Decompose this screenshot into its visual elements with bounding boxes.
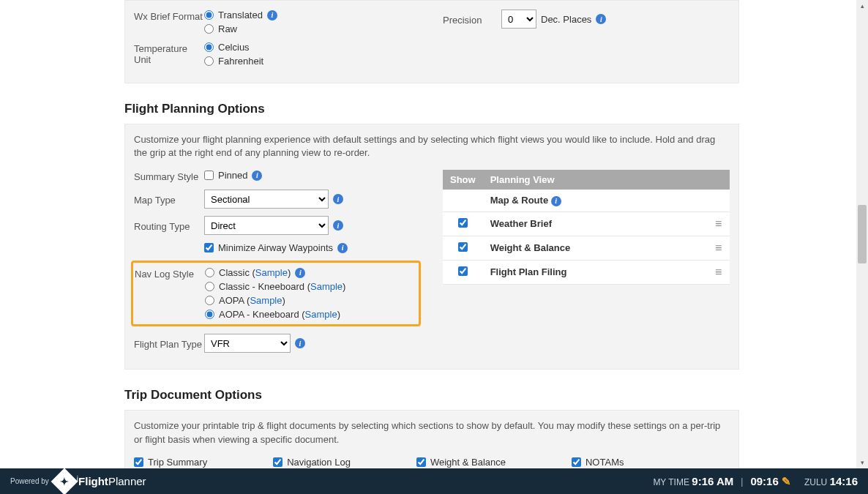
nls-aopa-option[interactable]: AOPA (Sample) [205, 295, 345, 306]
navigation-log-checkbox[interactable] [273, 457, 283, 467]
minimize-waypoints-checkbox[interactable] [204, 243, 214, 252]
info-icon[interactable]: i [596, 14, 606, 24]
wx-raw-label: Raw [218, 23, 237, 34]
precision-select[interactable]: 0 [501, 10, 536, 29]
trip-docs-help: Customize your printable trip & flight d… [134, 419, 730, 446]
edit-pencil-icon[interactable]: ✎ [782, 475, 791, 487]
wx-translated-radio[interactable] [204, 10, 214, 20]
flight-planning-help: Customize your flight planning experienc… [134, 133, 730, 160]
flight-plan-type-select[interactable]: VFR [204, 334, 291, 353]
col-planning-view: Planning View [483, 170, 708, 190]
flight-planning-box: Customize your flight planning experienc… [124, 124, 739, 370]
pinned-option[interactable]: Pinned i [204, 170, 262, 181]
drag-grip-icon[interactable]: ≡ [715, 266, 720, 278]
wx-translated-option[interactable]: Translated i [204, 10, 277, 20]
col-show: Show [443, 170, 483, 190]
temp-celcius-option[interactable]: Celcius [204, 42, 263, 53]
nav-log-style-label: Nav Log Style [135, 267, 205, 280]
main-scroll-viewport[interactable]: Wx Brief Format Translated i Raw [0, 0, 856, 468]
wx-raw-option[interactable]: Raw [204, 23, 277, 34]
sample-link[interactable]: Sample [250, 295, 282, 306]
trip-docs-box: Customize your printable trip & flight d… [124, 410, 739, 468]
navigation-log-option[interactable]: Navigation Log [273, 457, 351, 468]
table-row: Weight & Balance ≡ [443, 236, 730, 260]
sample-link[interactable]: Sample [305, 309, 337, 320]
info-icon[interactable]: i [333, 194, 343, 204]
pinned-label: Pinned [218, 170, 247, 181]
summary-style-label: Summary Style [134, 170, 204, 182]
routing-type-label: Routing Type [134, 220, 204, 232]
temp-fahrenheit-label: Fahrenheit [218, 56, 263, 67]
temp-fahrenheit-radio[interactable] [204, 56, 214, 66]
flight-plan-type-label: Flight Plan Type [134, 337, 204, 350]
logo-diamond-icon: ✦ [50, 468, 78, 494]
mytime-24h: 09:16 ✎ [750, 475, 791, 488]
flight-planning-heading: Flight Planning Options [124, 102, 739, 116]
nav-log-style-highlight: Nav Log Style Classic (Sample) i Classic… [131, 261, 421, 326]
minimize-waypoints-option[interactable]: Minimize Airway Waypoints i [204, 242, 348, 253]
nls-classic-radio[interactable] [205, 268, 214, 277]
nls-aopa-kb-radio[interactable] [205, 310, 214, 319]
trip-docs-heading: Trip Document Options [124, 388, 739, 403]
info-icon[interactable]: i [295, 268, 305, 278]
notams-option[interactable]: NOTAMs [572, 457, 624, 468]
vertical-scrollbar[interactable]: ▴ ▾ [856, 0, 868, 468]
scrollbar-thumb[interactable] [858, 205, 867, 263]
wx-brief-label: Wx Brief Format [134, 10, 204, 22]
nls-aopa-kneeboard-option[interactable]: AOPA - Kneeboard (Sample) [205, 309, 345, 320]
mytime-value: 9:16 AM [692, 475, 733, 487]
info-icon[interactable]: i [337, 243, 348, 253]
info-icon[interactable]: i [333, 220, 343, 231]
sample-link[interactable]: Sample [310, 281, 343, 292]
weight-balance-doc-option[interactable]: Weight & Balance [416, 457, 506, 468]
map-type-select[interactable]: Sectional [204, 190, 329, 209]
planning-views-table: Show Planning View Map & Route i [443, 170, 730, 285]
wx-translated-label: Translated [218, 10, 263, 20]
drag-grip-icon[interactable]: ≡ [715, 242, 720, 254]
minimize-waypoints-label: Minimize Airway Waypoints [218, 242, 333, 253]
wx-raw-radio[interactable] [204, 24, 214, 34]
info-icon[interactable]: i [252, 171, 262, 181]
scroll-up-arrow-icon[interactable]: ▴ [856, 0, 868, 12]
info-icon[interactable]: i [267, 10, 277, 20]
nls-classic-kneeboard-option[interactable]: Classic - Kneeboard (Sample) [205, 281, 345, 292]
temp-fahrenheit-option[interactable]: Fahrenheit [204, 56, 263, 67]
info-icon[interactable]: i [295, 338, 305, 348]
table-row: Flight Plan Filing ≡ [443, 260, 730, 284]
scroll-down-arrow-icon[interactable]: ▾ [856, 457, 868, 468]
zulu-value: 14:16 [830, 475, 858, 487]
table-row: Map & Route i [443, 190, 730, 212]
drag-grip-icon[interactable]: ≡ [715, 217, 720, 230]
routing-type-select[interactable]: Direct [204, 216, 329, 235]
sample-link[interactable]: Sample [255, 267, 288, 278]
iflightplanner-logo[interactable]: ✦ iFlightPlanner [55, 472, 146, 491]
powered-by-label: Powered by [10, 478, 49, 485]
precision-label: Precision [443, 13, 501, 26]
pinned-checkbox[interactable] [204, 171, 214, 180]
nls-classic-kb-radio[interactable] [205, 282, 214, 291]
footer-bar: Powered by ✦ iFlightPlanner MY TIME 9:16… [0, 468, 868, 494]
table-row: Weather Brief ≡ [443, 212, 730, 236]
mytime-label: MY TIME [653, 477, 689, 487]
weight-balance-doc-checkbox[interactable] [416, 457, 426, 467]
show-weather-brief-checkbox[interactable] [458, 218, 468, 228]
map-type-label: Map Type [134, 193, 204, 206]
nls-classic-option[interactable]: Classic (Sample) i [205, 267, 345, 278]
precision-suffix: Dec. Places [541, 14, 591, 25]
show-weight-balance-checkbox[interactable] [458, 242, 468, 252]
display-settings-box: Wx Brief Format Translated i Raw [124, 0, 739, 83]
info-icon[interactable]: i [551, 196, 561, 206]
show-flight-plan-filing-checkbox[interactable] [458, 266, 468, 276]
trip-summary-option[interactable]: Trip Summary [134, 457, 207, 468]
nls-aopa-radio[interactable] [205, 296, 214, 305]
temperature-label: Temperature Unit [134, 42, 204, 65]
temp-celcius-label: Celcius [218, 42, 250, 53]
zulu-label: ZULU [804, 477, 827, 487]
notams-checkbox[interactable] [572, 457, 581, 467]
trip-summary-checkbox[interactable] [134, 457, 143, 467]
temp-celcius-radio[interactable] [204, 42, 214, 52]
